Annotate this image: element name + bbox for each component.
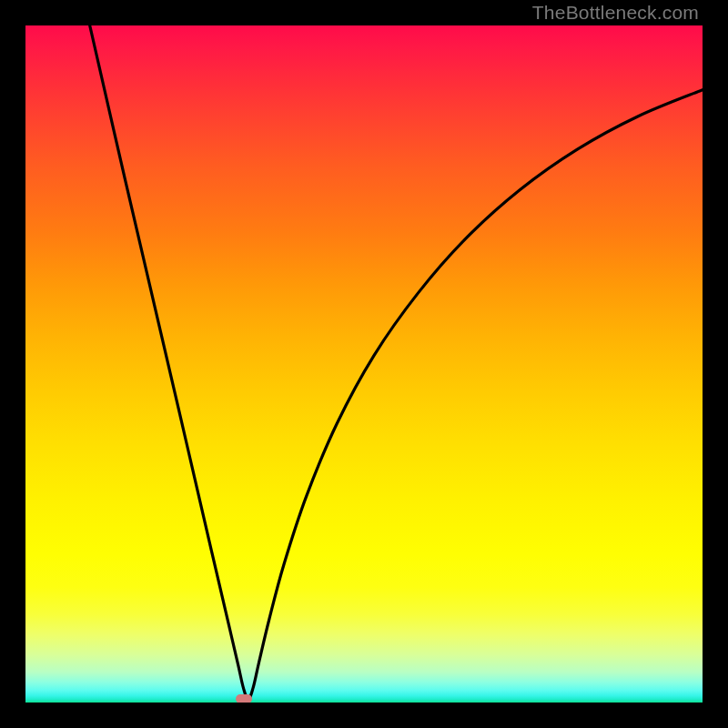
chart-frame: TheBottleneck.com — [0, 0, 728, 728]
curve-svg — [25, 25, 703, 703]
bottleneck-curve — [90, 25, 703, 699]
watermark-text: TheBottleneck.com — [532, 2, 699, 24]
plot-area — [25, 25, 703, 703]
optimal-point-marker — [236, 694, 252, 703]
